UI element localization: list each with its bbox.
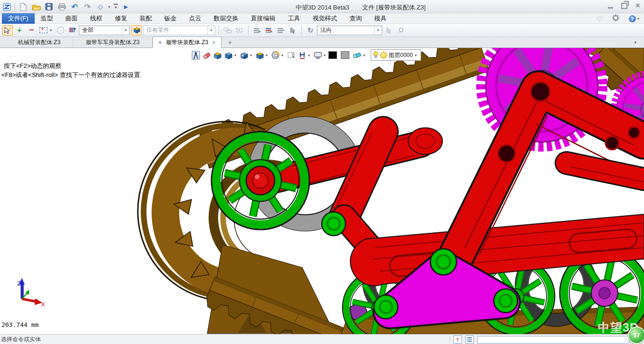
red-frame-beam[interactable] <box>350 214 644 286</box>
3d-viewport[interactable]: Z X 中望3D 按下<F2>动态的观察 <F8>或者<Shift-roll> … <box>0 48 644 334</box>
entity-filter-combobox[interactable]: 全部 <box>79 26 130 35</box>
undo-icon[interactable]: ↶ <box>70 2 79 11</box>
probe-icon[interactable] <box>395 25 406 36</box>
chevron-down-icon[interactable]: ▾ <box>281 53 285 57</box>
new-tab-button[interactable]: + <box>228 38 232 46</box>
selection-list-colored-icon[interactable] <box>264 25 274 36</box>
view-navigate-icon[interactable]: ◇ <box>96 2 105 11</box>
close-button[interactable]: × <box>635 2 640 9</box>
isometric-view-icon[interactable] <box>255 50 265 60</box>
print-icon[interactable] <box>57 2 67 11</box>
tab-jixiebi-assembly[interactable]: 机械臂装配体.Z3 <box>6 38 73 48</box>
reorient-icon[interactable]: ↻ <box>305 25 316 36</box>
pick-part-icon[interactable] <box>131 25 142 36</box>
menu-item-inquire[interactable]: 查询 <box>344 13 368 24</box>
display-mode-monitor-icon[interactable] <box>313 50 323 60</box>
wheel-hub-red[interactable] <box>240 160 281 201</box>
favorites-icon[interactable]: ♡ <box>596 15 603 23</box>
new-file-icon[interactable] <box>19 2 28 11</box>
wireframe-display-icon[interactable] <box>286 50 296 60</box>
hidden-line-display-icon[interactable] <box>297 50 307 60</box>
menu-item-mold[interactable]: 模具 <box>368 13 393 24</box>
dynamic-view-icon[interactable] <box>191 50 201 60</box>
pick-scope-combobox[interactable]: 仅有零件 <box>143 26 215 35</box>
background-color-black-swatch[interactable] <box>328 51 337 59</box>
restore-button[interactable] <box>621 3 627 9</box>
lasso-select-icon[interactable] <box>55 25 66 36</box>
open-box-view-icon[interactable] <box>212 50 222 60</box>
green-pin-right[interactable] <box>494 289 518 313</box>
tab-close-icon[interactable]: × <box>212 39 216 46</box>
save-icon[interactable] <box>44 2 54 11</box>
menu-item-pointcloud[interactable]: 点云 <box>183 13 208 24</box>
text-filter-icon[interactable]: T <box>453 335 462 344</box>
layer-combobox[interactable]: 图层0000 ▾ <box>371 49 421 61</box>
green-pin-bracket[interactable] <box>322 212 346 236</box>
play-icon[interactable]: ▶ <box>121 2 131 11</box>
tab-lvdaiche-body-assembly[interactable]: 履带车车身装配体.Z3 <box>73 38 152 48</box>
redo-icon[interactable]: ↷ <box>83 2 92 11</box>
3d-model-scene[interactable]: Z X 中望3D <box>0 48 644 334</box>
chevron-down-icon[interactable]: ▾ <box>266 53 269 57</box>
section-view-icon[interactable] <box>270 50 280 60</box>
red-link-band[interactable] <box>567 163 644 182</box>
selection-list-icon[interactable] <box>252 25 262 36</box>
related-select-icon[interactable] <box>222 25 233 36</box>
menu-item-surface[interactable]: 曲面 <box>59 13 84 24</box>
menu-item-sheetmetal[interactable]: 钣金 <box>158 13 183 24</box>
green-pin-top[interactable] <box>431 249 457 275</box>
wheel-hub-magenta[interactable] <box>591 280 618 306</box>
menu-item-file[interactable]: 文件(F) <box>2 13 35 24</box>
chevron-down-icon[interactable]: ▾ <box>637 17 639 21</box>
layer-color-swatch[interactable] <box>380 52 387 58</box>
chevron-down-icon[interactable]: ▾ <box>308 53 312 57</box>
view-plane-cube-icon[interactable] <box>239 50 249 60</box>
color-filter-icon[interactable] <box>67 25 77 36</box>
cursor-pick-icon[interactable] <box>384 25 394 36</box>
menu-item-shape[interactable]: 造型 <box>35 13 59 24</box>
chevron-down-icon[interactable]: ▾ <box>50 28 54 32</box>
select-tool-icon[interactable] <box>2 25 13 36</box>
chevron-down-icon[interactable] <box>374 26 382 35</box>
settings-gear-icon[interactable] <box>612 14 619 23</box>
menu-item-visual-style[interactable]: 视觉样式 <box>307 13 344 24</box>
command-input[interactable] <box>477 336 629 344</box>
chevron-down-icon[interactable] <box>207 26 215 35</box>
help-icon[interactable]: ? <box>629 15 636 22</box>
window-select-icon[interactable]: + <box>38 25 48 36</box>
background-color-gray-swatch[interactable] <box>341 51 349 59</box>
highlight-eraser-icon[interactable] <box>352 50 362 60</box>
green-pin-left[interactable] <box>374 295 398 319</box>
chevron-down-icon[interactable]: ▾ <box>250 53 254 57</box>
chevron-down-icon[interactable] <box>122 26 129 35</box>
tab-list-chevron-icon[interactable]: ▾ <box>634 40 636 45</box>
shaded-cube-icon[interactable] <box>223 50 233 60</box>
list-output-icon[interactable] <box>465 335 474 344</box>
chevron-down-icon[interactable]: ▾ <box>108 5 110 9</box>
menu-item-data-exchange[interactable]: 数据交换 <box>208 13 245 24</box>
remove-selection-icon[interactable]: − <box>26 25 37 36</box>
menu-item-repair[interactable]: 修复 <box>109 13 134 24</box>
minimize-button[interactable] <box>608 7 613 9</box>
reference-select-icon[interactable] <box>234 25 245 36</box>
menu-item-assembly[interactable]: 装配 <box>134 13 158 24</box>
menu-item-direct-edit[interactable]: 直接编辑 <box>245 13 282 24</box>
divider <box>219 26 219 35</box>
customize-toolbar-icon[interactable]: ▾ <box>114 4 118 10</box>
menu-item-wireframe[interactable]: 线框 <box>84 13 109 24</box>
chevron-down-icon[interactable]: ▾ <box>324 53 327 57</box>
open-file-icon[interactable] <box>31 2 41 11</box>
menu-item-tools[interactable]: 工具 <box>282 13 307 24</box>
eraser-icon[interactable] <box>202 50 211 60</box>
lightbulb-icon[interactable] <box>373 51 378 59</box>
chevron-down-icon[interactable]: ▾ <box>363 53 367 57</box>
selection-stack-icon[interactable] <box>276 25 286 36</box>
chevron-down-icon[interactable]: ▾ <box>415 53 419 57</box>
tab-pin-icon[interactable]: + <box>158 38 162 46</box>
orientation-combobox[interactable]: 法向 <box>317 26 382 35</box>
tab-lvdaikuai-assembly-active[interactable]: + 履带块装配体.Z3 × <box>153 37 221 48</box>
add-selection-icon[interactable]: + <box>14 25 25 36</box>
chevron-down-icon[interactable]: ▾ <box>234 53 238 57</box>
cursor-icon[interactable] <box>288 25 298 36</box>
divider <box>248 26 249 35</box>
